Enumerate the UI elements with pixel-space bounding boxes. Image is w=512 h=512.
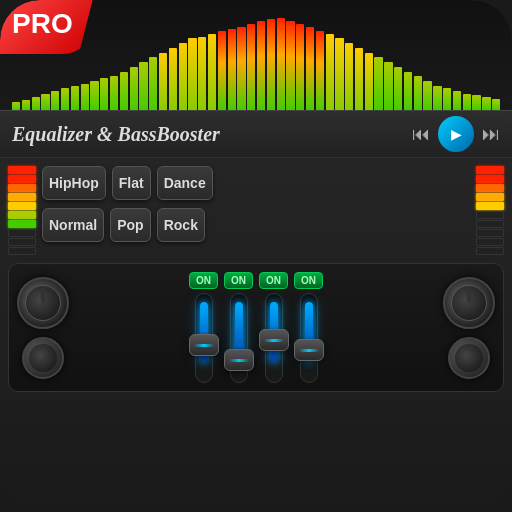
preset-flat[interactable]: Flat	[112, 166, 151, 200]
left-knobs	[17, 277, 69, 379]
play-icon: ▶	[451, 126, 462, 142]
fader-on-btn-0[interactable]: ON	[189, 272, 218, 289]
spectrum-bar	[51, 91, 59, 110]
left-knob-top-inner	[25, 285, 61, 321]
fader-channel: ON	[259, 272, 288, 383]
spectrum-bar	[81, 84, 89, 110]
spectrum-bar	[286, 21, 294, 110]
spectrum-bars	[12, 18, 500, 110]
spectrum-bar	[326, 34, 334, 110]
spectrum-bar	[423, 81, 431, 110]
spectrum-bar	[12, 102, 20, 110]
left-knob-bottom[interactable]	[22, 337, 64, 379]
vu-segment	[8, 166, 36, 174]
vu-segment	[8, 184, 36, 192]
spectrum-bar	[100, 78, 108, 110]
fader-handle-light	[299, 349, 319, 352]
fader-handle[interactable]	[259, 329, 289, 351]
presets-section: HipHop Flat Dance Normal Pop Rock	[42, 166, 470, 249]
fader-on-btn-2[interactable]: ON	[259, 272, 288, 289]
left-knob-top[interactable]	[17, 277, 69, 329]
spectrum-bar	[208, 34, 216, 110]
vu-segment	[8, 193, 36, 201]
app-container: PRO Equalizer & BassBooster ⏮ ▶ ⏭ HipHop…	[0, 0, 512, 512]
spectrum-bar	[306, 27, 314, 110]
vu-segment	[476, 211, 504, 219]
spectrum-bar	[71, 86, 79, 110]
spectrum-bar	[159, 53, 167, 110]
spectrum-bar	[41, 94, 49, 110]
left-vu-meter	[8, 166, 36, 255]
vu-segment	[476, 175, 504, 183]
spectrum-bar	[218, 31, 226, 110]
spectrum-bar	[179, 43, 187, 110]
spectrum-bar	[277, 18, 285, 110]
spectrum-bar	[365, 53, 373, 110]
fader-handle[interactable]	[224, 349, 254, 371]
vu-segment	[8, 202, 36, 210]
spectrum-bar	[149, 57, 157, 110]
fader-on-btn-3[interactable]: ON	[294, 272, 323, 289]
preset-pop[interactable]: Pop	[110, 208, 150, 242]
spectrum-bar	[433, 86, 441, 110]
right-knob-bottom[interactable]	[448, 337, 490, 379]
preset-row-1: HipHop Flat Dance	[42, 166, 470, 200]
fader-track-0[interactable]	[195, 293, 213, 383]
spectrum-bar	[355, 48, 363, 110]
spectrum-bar	[198, 37, 206, 110]
spectrum-bar	[296, 24, 304, 110]
play-button[interactable]: ▶	[438, 116, 474, 152]
eq-row: HipHop Flat Dance Normal Pop Rock	[8, 166, 504, 255]
main-content: HipHop Flat Dance Normal Pop Rock	[0, 158, 512, 400]
spectrum-bar	[443, 88, 451, 110]
vu-segment	[8, 175, 36, 183]
pro-badge: PRO	[0, 0, 93, 54]
vu-segment	[8, 247, 36, 255]
spectrum-bar	[22, 100, 30, 110]
spectrum-bar	[237, 27, 245, 110]
right-knob-top[interactable]	[443, 277, 495, 329]
spectrum-bar	[90, 81, 98, 110]
faders-group: ONONONON	[77, 272, 435, 383]
spectrum-bar	[257, 21, 265, 110]
preset-dance[interactable]: Dance	[157, 166, 213, 200]
fader-handle-light	[194, 344, 214, 347]
spectrum-bar	[384, 62, 392, 110]
spectrum-bar	[404, 72, 412, 110]
fader-track-1[interactable]	[230, 293, 248, 383]
right-knob-bottom-inner	[455, 344, 483, 372]
spectrum-bar	[169, 48, 177, 110]
left-knob-bottom-inner	[29, 344, 57, 372]
right-vu-meter	[476, 166, 504, 255]
spectrum-bar	[316, 31, 324, 110]
vu-segment	[8, 211, 36, 219]
preset-normal[interactable]: Normal	[42, 208, 104, 242]
preset-row-2: Normal Pop Rock	[42, 208, 470, 242]
spectrum-bar	[110, 76, 118, 110]
fader-handle[interactable]	[294, 339, 324, 361]
right-knob-top-inner	[451, 285, 487, 321]
preset-hiphop[interactable]: HipHop	[42, 166, 106, 200]
fader-handle[interactable]	[189, 334, 219, 356]
spectrum-bar	[374, 57, 382, 110]
vu-segment	[8, 229, 36, 237]
fader-track-2[interactable]	[265, 293, 283, 383]
spectrum-bar	[453, 91, 461, 110]
prev-button[interactable]: ⏮	[412, 124, 430, 145]
vu-segment	[476, 220, 504, 228]
playback-controls: ⏮ ▶ ⏭	[412, 116, 500, 152]
app-title: Equalizer & BassBooster	[12, 123, 412, 146]
fader-track-3[interactable]	[300, 293, 318, 383]
spectrum-bar	[247, 24, 255, 110]
spectrum-bar	[394, 67, 402, 110]
preset-rock[interactable]: Rock	[157, 208, 205, 242]
spectrum-bar	[32, 97, 40, 110]
spectrum-bar	[188, 38, 196, 110]
fader-section: ONONONON	[8, 263, 504, 392]
spectrum-bar	[267, 19, 275, 110]
next-button[interactable]: ⏭	[482, 124, 500, 145]
fader-handle-light	[229, 359, 249, 362]
vu-segment	[8, 238, 36, 246]
fader-on-btn-1[interactable]: ON	[224, 272, 253, 289]
vu-segment	[476, 229, 504, 237]
